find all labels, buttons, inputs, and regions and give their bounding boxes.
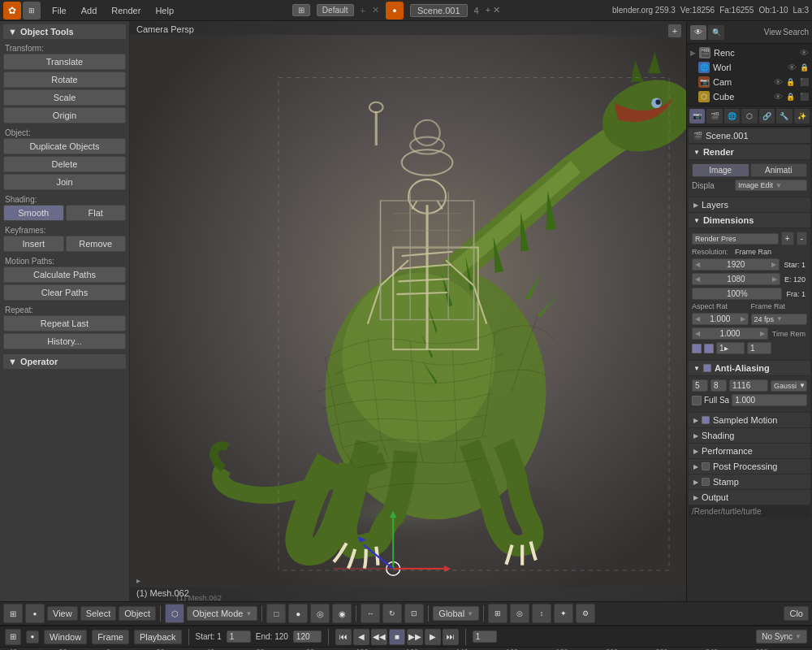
view-label[interactable]: View [764,28,782,37]
history-btn[interactable]: History... [3,333,126,349]
viewport-shading3[interactable]: ◎ [310,604,330,623]
output-section[interactable]: ▶ Output [689,490,810,505]
flat-btn[interactable]: Flat [66,205,127,221]
aa-samples-field[interactable]: 1116 [729,379,768,392]
display-dropdown[interactable]: Image Edit ▼ [735,180,807,191]
rotate-btn[interactable]: Rotate [3,72,126,88]
remove-preset-btn[interactable]: - [797,232,807,245]
manip-icon3[interactable]: ⊡ [404,604,424,623]
viewport[interactable]: Camera Persp + [130,21,686,601]
aa-val1-field[interactable]: 5 [692,379,708,392]
play-btn[interactable]: ▶▶ [407,629,423,645]
mode-dropdown[interactable]: Object Mode ▼ [187,606,257,621]
render-icon-cam[interactable]: ⬛ [800,78,809,86]
play-reverse-btn[interactable]: ◀◀ [371,629,387,645]
tl-start-input[interactable] [227,630,251,643]
eye-icon-cam[interactable]: 👁 [774,77,783,87]
join-btn[interactable]: Join [3,174,126,190]
menu-file[interactable]: File [45,4,73,17]
sampled-motion-section[interactable]: ▶ Sampled Motion [689,413,810,427]
checkbox1[interactable] [692,344,702,353]
timeline-dot-icon[interactable]: ● [26,630,39,644]
stamp-checkbox[interactable] [702,478,710,486]
post-processing-section[interactable]: ▶ Post Processing [689,459,810,474]
render-prop-icon[interactable]: 📷 [689,109,705,124]
viewport-shading2[interactable]: ● [288,604,308,623]
outliner-item-renc[interactable]: ▶ 🎬 Renc 👁 [687,46,812,60]
stamp-section[interactable]: ▶ Stamp [689,474,810,489]
lock-icon-world[interactable]: 🔒 [800,63,809,72]
output-path[interactable]: /Render/turtle/turtle [689,505,810,518]
select-btn[interactable]: Select [80,606,117,621]
animation-tab[interactable]: Animati [750,163,808,177]
sm-checkbox[interactable] [702,416,710,424]
aa-type-dropdown[interactable]: Gaussi ▼ [771,380,807,392]
aa-checkbox[interactable] [703,364,711,372]
toolbar-small-icon[interactable]: ● [25,604,45,623]
scene-name[interactable]: Scene.001 [410,4,468,17]
obj-prop-icon[interactable]: ⬡ [741,109,757,124]
prev-frame-btn[interactable]: ◀ [353,629,369,645]
view-btn[interactable]: View [47,606,78,621]
duplicate-objects-btn[interactable]: Duplicate Objects [3,138,126,154]
scale-btn[interactable]: Scale [3,89,126,106]
origin-btn[interactable]: Origin [3,107,126,124]
image-tab[interactable]: Image [692,163,749,177]
scene-prop-icon[interactable]: 🎬 [706,109,722,124]
manip-icon1[interactable]: ↔ [361,604,380,623]
search-label[interactable]: Search [783,28,809,37]
mode-icon[interactable]: ⬡ [165,604,184,623]
calculate-paths-btn[interactable]: Calculate Paths [3,266,126,283]
layers-section[interactable]: ▶ Layers [689,197,810,212]
render-section-header[interactable]: ▼ Render [689,145,810,159]
tool-icon2[interactable]: ✦ [554,604,573,623]
clear-paths-btn[interactable]: Clear Paths [3,284,126,301]
toolbar-window-icon[interactable]: ⊞ [3,604,23,623]
tl-current-frame[interactable] [473,630,497,643]
menu-render[interactable]: Render [105,4,147,17]
close-btn[interactable]: Clo [784,606,809,621]
tl-frame-btn[interactable]: Frame [92,630,129,644]
menu-help[interactable]: Help [149,4,180,17]
remove-btn[interactable]: Remove [66,236,127,252]
object-btn[interactable]: Object [119,606,156,621]
aspect-x-field[interactable]: ◀ 1.000 ▶ [692,313,749,325]
sync-dropdown[interactable]: No Sync ▼ [756,630,807,644]
width-field[interactable]: ◀ 1920 ▶ [692,258,780,271]
screen-layout-btn[interactable]: ⊞ [292,4,310,16]
outliner-item-cube[interactable]: ⬡ Cube 👁 🔒 ⬛ [687,89,812,104]
dimensions-header[interactable]: ▼ Dimensions [689,213,810,228]
next-frame-btn[interactable]: ▶ [425,629,441,645]
scale-field[interactable]: 100% [692,288,782,300]
window-icon[interactable]: ⊞ [23,2,41,20]
tl-playback-btn[interactable]: Playback [134,630,182,644]
jump-end-btn[interactable]: ⏭ [443,629,459,645]
translate-btn[interactable]: Translate [3,54,126,70]
render-preset-dropdown[interactable]: Render Pres [692,233,779,245]
delete-btn[interactable]: Delete [3,156,126,172]
rp-view-icon[interactable]: 👁 [690,25,706,40]
constraint-icon[interactable]: 🔗 [759,109,775,124]
jump-start-btn[interactable]: ⏮ [335,629,352,645]
tool-icon3[interactable]: ⚙ [576,604,595,623]
outliner-item-camera[interactable]: 📷 Cam 👁 🔒 ⬛ [687,75,812,89]
performance-section[interactable]: ▶ Performance [689,444,810,458]
add-preset-btn[interactable]: + [781,232,794,245]
render-icon-cube[interactable]: ⬛ [800,93,809,101]
global-dropdown[interactable]: Global ▼ [433,606,479,621]
fps-dropdown[interactable]: 24 fps ▼ [751,314,808,325]
lock-icon-cube[interactable]: 🔒 [786,93,795,101]
full-sa-checkbox[interactable] [692,396,702,405]
frame-controls[interactable]: + ✕ [486,5,500,15]
aa-header[interactable]: ▼ Anti-Aliasing [689,361,810,375]
time-rem-val[interactable]: 1▸ [716,342,745,354]
viewport-shading1[interactable]: □ [266,604,286,623]
insert-btn[interactable]: Insert [3,236,64,252]
eye-icon-renc[interactable]: 👁 [800,48,809,58]
eye-icon-cube[interactable]: 👁 [774,92,783,102]
rp-search-icon[interactable]: 🔍 [708,25,724,40]
eye-icon-world[interactable]: 👁 [788,63,797,72]
menu-add[interactable]: Add [75,4,104,17]
aa-val2-field[interactable]: 8 [710,379,727,392]
aspect-y-field[interactable]: ◀ 1.000 ▶ [692,327,768,340]
